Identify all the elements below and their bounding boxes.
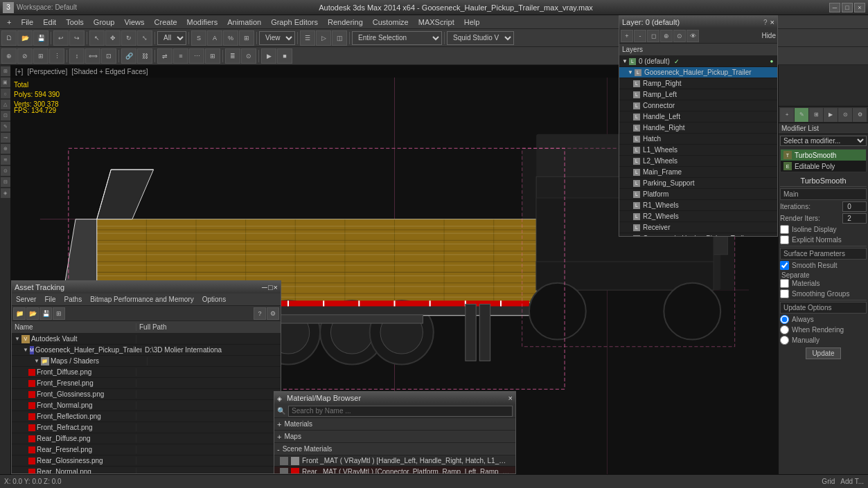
minimize-button[interactable]: ─ — [829, 3, 840, 12]
percent-snap-button[interactable]: % — [223, 30, 238, 46]
at-menu-server[interactable]: Server — [12, 294, 40, 305]
lm-delete-layer-btn[interactable]: - — [634, 30, 646, 42]
tb2-btn-1[interactable]: ⊕ — [1, 48, 17, 64]
lm-select-layer-btn[interactable]: ◻ — [647, 30, 659, 42]
tb2-mirror-btn[interactable]: ⇌ — [157, 48, 172, 64]
at-row-rear-diffuse[interactable]: Rear_Diffuse.png — [12, 433, 281, 444]
at-help-btn[interactable]: ? — [254, 307, 266, 320]
render-setup-button[interactable]: ☰ — [300, 30, 315, 46]
at-row-rear-fresnel[interactable]: Rear_Fresnel.png — [12, 444, 281, 455]
at-maximize-btn[interactable]: □ — [268, 283, 273, 291]
lm-row-connector[interactable]: L Connector — [619, 100, 777, 111]
mb-scene-materials-section[interactable]: - Scene Materials — [274, 443, 515, 455]
menu-views[interactable]: Views — [120, 17, 148, 28]
lm-row-default[interactable]: ▼ L 0 (default) ✓ ● — [619, 56, 777, 67]
menu-graph-editors[interactable]: Graph Editors — [267, 17, 322, 28]
tb2-play-btn[interactable]: ▶ — [261, 48, 276, 64]
view-dropdown[interactable]: View — [259, 31, 295, 45]
lm-row-receiver[interactable]: L Receiver — [619, 222, 777, 233]
menu-tools[interactable]: Tools — [62, 17, 88, 28]
new-scene-button[interactable]: 🗋 — [1, 30, 17, 46]
at-row-front-diffuse[interactable]: Front_Diffuse.png — [12, 367, 281, 378]
lm-row-r1-wheels[interactable]: L R1_Wheels — [619, 200, 777, 211]
undo-button[interactable]: ↩ — [53, 30, 69, 46]
isoline-checkbox[interactable] — [780, 225, 789, 234]
menu-group[interactable]: Group — [89, 17, 119, 28]
open-button[interactable]: 📂 — [17, 30, 33, 46]
lm-row-parking-support[interactable]: L Parking_Support — [619, 178, 777, 189]
menu-help[interactable]: Help — [460, 17, 484, 28]
maximize-button[interactable]: □ — [842, 3, 853, 12]
tb2-display-btn[interactable]: ⊙ — [241, 48, 256, 64]
materials-checkbox[interactable] — [780, 279, 789, 288]
lm-row-handle-left[interactable]: L Handle_Left — [619, 111, 777, 123]
left-icon-3[interactable]: ○ — [1, 89, 10, 98]
left-icon-6[interactable]: ✎ — [1, 122, 10, 132]
mb-close-btn[interactable]: × — [508, 394, 513, 402]
at-close-btn[interactable]: × — [274, 283, 278, 291]
menu-customize[interactable]: Customize — [369, 17, 413, 28]
lm-row-platform[interactable]: L Platform — [619, 189, 777, 200]
tb2-layers-btn[interactable]: ≣ — [225, 48, 240, 64]
tb2-stop-btn[interactable]: ■ — [277, 48, 292, 64]
mb-search-input[interactable] — [288, 406, 513, 417]
mb-maps-section[interactable]: + Maps — [274, 431, 515, 443]
lm-row-hatch[interactable]: L Hatch — [619, 134, 777, 145]
lm-new-layer-btn[interactable]: + — [621, 30, 633, 42]
lm-hide-unselected-btn[interactable]: 👁 — [687, 30, 699, 42]
lm-add-to-layer-btn[interactable]: ⊕ — [660, 30, 673, 42]
at-row-front-refract[interactable]: Front_Refract.png — [12, 422, 281, 433]
close-button[interactable]: × — [854, 3, 865, 12]
tb2-btn-2[interactable]: ⊘ — [17, 48, 33, 64]
mb-materials-section[interactable]: + Materials — [274, 418, 515, 431]
lm-row-ramp-right[interactable]: L Ramp_Right — [619, 78, 777, 89]
mb-rear-mat-row[interactable]: Rear _MAT ( VRayMtl ) [Connector, Platfo… — [274, 467, 515, 473]
lm-row-l1-wheels[interactable]: L L1_Wheels — [619, 145, 777, 156]
lm-question-btn[interactable]: ? — [763, 19, 768, 26]
explicit-normals-checkbox[interactable] — [780, 235, 789, 244]
move-button[interactable]: ✥ — [105, 30, 121, 46]
tb2-btn-4[interactable]: ⋮ — [49, 48, 64, 64]
viewport-shading-label[interactable]: [Shaded + Edged Faces] — [71, 68, 148, 75]
left-icon-7[interactable]: ⊸ — [1, 133, 10, 143]
selection-filter-dropdown[interactable]: Entire Selection — [352, 31, 442, 45]
scale-button[interactable]: ⤡ — [137, 30, 152, 46]
left-icon-5[interactable]: ⊡ — [1, 111, 10, 120]
at-row-front-fresnel[interactable]: Front_Fresnel.png — [12, 378, 281, 389]
menu-file[interactable]: File — [17, 17, 37, 28]
left-icon-2[interactable]: ▣ — [1, 78, 10, 87]
tb2-align-btn[interactable]: ≡ — [173, 48, 188, 64]
menu-modifiers[interactable]: Modifiers — [183, 17, 222, 28]
at-row-rear-glossiness[interactable]: Rear_Glossiness.png — [12, 455, 281, 467]
left-icon-11[interactable]: ⊟ — [1, 177, 10, 187]
at-row-front-normal[interactable]: Front_Normal.png — [12, 400, 281, 411]
at-open-btn[interactable]: 📂 — [26, 307, 39, 320]
at-menu-paths[interactable]: Paths — [60, 294, 87, 305]
smooth-result-checkbox[interactable] — [780, 261, 789, 270]
rotate-button[interactable]: ↻ — [121, 30, 136, 46]
menu-animation[interactable]: Animation — [223, 17, 265, 28]
utilities-panel-icon[interactable]: ⚙ — [853, 108, 867, 122]
lm-close-btn[interactable]: × — [770, 18, 774, 26]
left-icon-1[interactable]: ⊞ — [1, 66, 10, 76]
tb2-array-btn[interactable]: ⊞ — [205, 48, 220, 64]
create-panel-icon[interactable]: + — [780, 108, 794, 122]
render-iters-input[interactable] — [842, 213, 867, 224]
tb2-unlink-btn[interactable]: ⛓ — [137, 48, 152, 64]
tb2-btn-7[interactable]: ⊡ — [101, 48, 116, 64]
squid-dropdown[interactable]: Squid Studio V — [447, 31, 514, 45]
viewport-perspective-label[interactable]: [Perspective] — [27, 68, 67, 75]
select-button[interactable]: ↖ — [89, 30, 105, 46]
angle-snap-button[interactable]: A — [207, 30, 222, 46]
menu-maxscript[interactable]: MAXScript — [414, 17, 459, 28]
snap-toggle-button[interactable]: S — [191, 30, 206, 46]
tb2-btn-6[interactable]: ⟺ — [85, 48, 100, 64]
lm-row-handle-right[interactable]: L Handle_Right — [619, 123, 777, 134]
modify-panel-icon[interactable]: ✎ — [795, 108, 808, 122]
update-button[interactable]: Update — [806, 347, 840, 359]
menu-edit[interactable]: Edit — [39, 17, 60, 28]
at-menu-file[interactable]: File — [40, 294, 60, 305]
at-row-rear-normal[interactable]: Rear_Normal.png — [12, 467, 281, 473]
redo-button[interactable]: ↪ — [69, 30, 85, 46]
modifier-editable-poly[interactable]: E Editable Poly — [781, 161, 866, 172]
